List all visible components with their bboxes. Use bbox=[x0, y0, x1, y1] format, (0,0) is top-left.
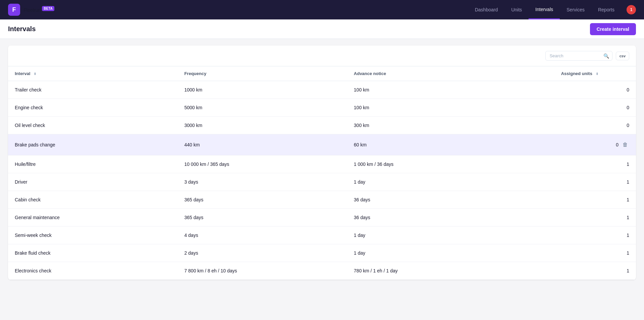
cell-interval: Electronics check bbox=[8, 262, 178, 280]
assigned-count: 1 bbox=[627, 162, 629, 167]
search-icon: 🔍 bbox=[603, 53, 609, 59]
search-input[interactable] bbox=[545, 51, 612, 61]
cell-advance-notice: 780 km / 1 eh / 1 day bbox=[347, 262, 554, 280]
create-interval-button[interactable]: Create interval bbox=[590, 23, 636, 35]
assigned-count: 1 bbox=[627, 197, 629, 202]
table-header-row: Interval ⬍ Frequency Advance notice Assi… bbox=[8, 66, 636, 81]
assigned-count: 0 bbox=[627, 123, 629, 128]
col-header-frequency: Frequency bbox=[178, 66, 347, 81]
cell-interval: Oil level check bbox=[8, 117, 178, 134]
assigned-count: 0 bbox=[627, 105, 629, 110]
nav-link-dashboard[interactable]: Dashboard bbox=[468, 0, 505, 19]
cell-advance-notice: 1 day bbox=[347, 227, 554, 244]
cell-assigned-units: 0🗑 bbox=[554, 134, 636, 155]
assigned-count: 1 bbox=[627, 250, 629, 256]
cell-interval: General maintenance bbox=[8, 209, 178, 227]
cell-interval: Driver bbox=[8, 173, 178, 191]
cell-assigned-units: 0 bbox=[554, 81, 636, 99]
cell-assigned-units: 1 bbox=[554, 155, 636, 173]
table-row: Engine check5000 km100 km0 bbox=[8, 99, 636, 117]
cell-frequency: 3000 km bbox=[178, 117, 347, 134]
nav-link-intervals[interactable]: Intervals bbox=[529, 0, 560, 19]
assigned-count: 1 bbox=[627, 233, 629, 238]
brand: F FleetrunBETA bbox=[8, 4, 54, 16]
notification-badge[interactable]: 1 bbox=[627, 5, 636, 14]
brand-logo: F bbox=[8, 4, 20, 16]
nav-link-services[interactable]: Services bbox=[560, 0, 591, 19]
assigned-count: 1 bbox=[627, 268, 629, 273]
brand-name: FleetrunBETA bbox=[23, 7, 54, 13]
col-header-advance: Advance notice bbox=[347, 66, 554, 81]
page-title: Intervals bbox=[8, 25, 36, 33]
table-row: Semi-week check4 days1 day1 bbox=[8, 227, 636, 244]
cell-frequency: 440 km bbox=[178, 134, 347, 155]
cell-interval: Huile/filtre bbox=[8, 155, 178, 173]
search-container: 🔍 bbox=[545, 51, 612, 61]
table-row: Cabin check365 days36 days1 bbox=[8, 191, 636, 209]
table-row: Trailer check1000 km100 km0 bbox=[8, 81, 636, 99]
cell-assigned-units: 1 bbox=[554, 227, 636, 244]
table-scroll[interactable]: Interval ⬍ Frequency Advance notice Assi… bbox=[8, 66, 636, 280]
table-toolbar: 🔍 csv bbox=[8, 46, 636, 66]
cell-frequency: 10 000 km / 365 days bbox=[178, 155, 347, 173]
cell-interval: Brake fluid check bbox=[8, 244, 178, 262]
col-header-interval[interactable]: Interval ⬍ bbox=[8, 66, 178, 81]
assigned-count: 0 bbox=[616, 142, 618, 147]
cell-interval: Trailer check bbox=[8, 81, 178, 99]
cell-assigned-units: 1 bbox=[554, 209, 636, 227]
intervals-table-container: 🔍 csv Interval ⬍ Frequency A bbox=[8, 46, 636, 280]
intervals-table: Interval ⬍ Frequency Advance notice Assi… bbox=[8, 66, 636, 280]
cell-interval: Cabin check bbox=[8, 191, 178, 209]
cell-frequency: 365 days bbox=[178, 209, 347, 227]
page-header: Intervals Create interval bbox=[0, 19, 644, 39]
navigation: F FleetrunBETA DashboardUnitsIntervalsSe… bbox=[0, 0, 644, 19]
cell-advance-notice: 60 km bbox=[347, 134, 554, 155]
main-content: 🔍 csv Interval ⬍ Frequency A bbox=[0, 39, 644, 286]
cell-assigned-units: 1 bbox=[554, 191, 636, 209]
cell-interval: Brake pads change bbox=[8, 134, 178, 155]
beta-badge: BETA bbox=[42, 6, 54, 11]
cell-advance-notice: 1 day bbox=[347, 244, 554, 262]
delete-row-button[interactable]: 🗑 bbox=[621, 140, 629, 149]
cell-assigned-units: 1 bbox=[554, 173, 636, 191]
csv-button[interactable]: csv bbox=[616, 52, 629, 60]
cell-assigned-units: 0 bbox=[554, 117, 636, 134]
nav-link-units[interactable]: Units bbox=[504, 0, 529, 19]
table-row: Brake fluid check2 days1 day1 bbox=[8, 244, 636, 262]
table-row: Electronics check7 800 km / 8 eh / 10 da… bbox=[8, 262, 636, 280]
cell-advance-notice: 300 km bbox=[347, 117, 554, 134]
cell-frequency: 1000 km bbox=[178, 81, 347, 99]
cell-interval: Semi-week check bbox=[8, 227, 178, 244]
cell-assigned-units: 1 bbox=[554, 262, 636, 280]
cell-advance-notice: 1 000 km / 36 days bbox=[347, 155, 554, 173]
cell-advance-notice: 100 km bbox=[347, 99, 554, 117]
cell-assigned-units: 0 bbox=[554, 99, 636, 117]
cell-interval: Engine check bbox=[8, 99, 178, 117]
cell-frequency: 5000 km bbox=[178, 99, 347, 117]
assigned-count: 0 bbox=[627, 87, 629, 92]
assigned-count: 1 bbox=[627, 179, 629, 185]
nav-link-reports[interactable]: Reports bbox=[591, 0, 621, 19]
table-row: General maintenance365 days36 days1 bbox=[8, 209, 636, 227]
cell-advance-notice: 36 days bbox=[347, 209, 554, 227]
col-header-assigned[interactable]: Assigned units ⬍ bbox=[554, 66, 636, 81]
cell-advance-notice: 1 day bbox=[347, 173, 554, 191]
cell-frequency: 2 days bbox=[178, 244, 347, 262]
cell-advance-notice: 100 km bbox=[347, 81, 554, 99]
table-row: Oil level check3000 km300 km0 bbox=[8, 117, 636, 134]
table-row: Brake pads change440 km60 km0🗑 bbox=[8, 134, 636, 155]
cell-assigned-units: 1 bbox=[554, 244, 636, 262]
sort-icon-interval: ⬍ bbox=[34, 72, 36, 76]
cell-frequency: 4 days bbox=[178, 227, 347, 244]
table-row: Huile/filtre10 000 km / 365 days1 000 km… bbox=[8, 155, 636, 173]
cell-frequency: 365 days bbox=[178, 191, 347, 209]
cell-frequency: 7 800 km / 8 eh / 10 days bbox=[178, 262, 347, 280]
nav-links: DashboardUnitsIntervalsServicesReports1 bbox=[468, 0, 636, 19]
sort-icon-assigned: ⬍ bbox=[596, 72, 598, 76]
cell-advance-notice: 36 days bbox=[347, 191, 554, 209]
assigned-count: 1 bbox=[627, 215, 629, 220]
table-row: Driver3 days1 day1 bbox=[8, 173, 636, 191]
cell-frequency: 3 days bbox=[178, 173, 347, 191]
